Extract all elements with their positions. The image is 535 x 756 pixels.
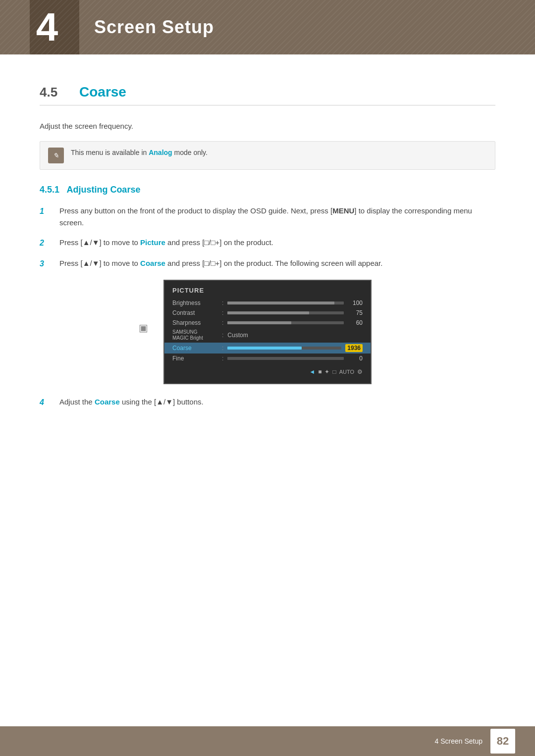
note-highlight: Analog <box>149 149 172 156</box>
osd-bar-brightness <box>227 302 344 304</box>
step-2: 2 Press [▲/▼] to move to Picture and pre… <box>40 237 495 250</box>
osd-bar-fine <box>227 357 344 360</box>
footer-page-number: 82 <box>490 729 515 754</box>
section-heading: 4.5 Coarse <box>40 84 495 105</box>
osd-row-contrast: Contrast : 75 <box>164 308 371 318</box>
subsection-number: 4.5.1 <box>40 185 59 195</box>
osd-row-coarse: Coarse : 1936 <box>164 343 371 353</box>
osd-container: ▣ PICTURE Brightness : 100 Contrast <box>40 280 495 384</box>
section-body: Adjust the screen frequency. <box>40 120 495 132</box>
step-1-num: 1 <box>40 205 54 218</box>
steps-list: 1 Press any button on the front of the p… <box>40 205 495 270</box>
step-4-text: Adjust the Coarse using the [▲/▼] button… <box>59 396 204 408</box>
osd-row-brightness: Brightness : 100 <box>164 298 371 308</box>
osd-bar-sharpness <box>227 321 344 324</box>
section-number: 4.5 <box>40 85 69 100</box>
note-box: ✎ This menu is available in Analog mode … <box>40 141 495 170</box>
step-1-text: Press any button on the front of the pro… <box>59 205 495 229</box>
osd-screen-title: PICTURE <box>164 287 371 298</box>
step-4: 4 Adjust the Coarse using the [▲/▼] butt… <box>40 396 495 409</box>
osd-value-brightness: 100 <box>348 300 363 306</box>
osd-wrapper: ▣ PICTURE Brightness : 100 Contrast <box>163 280 372 384</box>
osd-value-contrast: 75 <box>348 309 363 316</box>
osd-bottom-bar: ◄ ■ ✦ □ AUTO ⚙ <box>164 363 371 375</box>
subsection-heading: 4.5.1 Adjusting Coarse <box>40 185 495 195</box>
osd-btn-auto: AUTO <box>339 369 354 375</box>
header-banner: 4 Screen Setup <box>0 0 535 54</box>
osd-screen: PICTURE Brightness : 100 Contrast : <box>163 280 372 384</box>
osd-value-fine: 0 <box>348 355 363 362</box>
osd-row-magic-bright: SAMSUNGMAGIC Bright : Custom <box>164 328 371 343</box>
osd-label-sharpness: Sharpness <box>172 319 222 326</box>
header-title: Screen Setup <box>94 17 214 38</box>
osd-row-fine: Fine : 0 <box>164 353 371 363</box>
step-3-text: Press [▲/▼] to move to Coarse and press … <box>59 257 382 269</box>
osd-label-contrast: Contrast <box>172 309 222 316</box>
step-3: 3 Press [▲/▼] to move to Coarse and pres… <box>40 257 495 270</box>
step-4-num: 4 <box>40 396 54 409</box>
osd-value-sharpness: 60 <box>348 319 363 326</box>
steps-list-4: 4 Adjust the Coarse using the [▲/▼] butt… <box>40 396 495 409</box>
osd-bar-coarse <box>227 347 341 350</box>
osd-label-brightness: Brightness <box>172 300 222 306</box>
step-2-num: 2 <box>40 237 54 250</box>
osd-label-magic-bright: SAMSUNGMAGIC Bright <box>172 329 222 341</box>
note-icon: ✎ <box>48 148 64 163</box>
osd-value-coarse: 1936 <box>345 344 363 352</box>
footer-section-label: 4 Screen Setup <box>434 737 482 745</box>
osd-btn-power: ⚙ <box>357 368 363 375</box>
main-content: 4.5 Coarse Adjust the screen frequency. … <box>0 54 535 476</box>
chapter-number: 4 <box>36 7 58 47</box>
osd-btn-left: ◄ <box>309 368 315 375</box>
osd-side-icon: ▣ <box>139 322 148 334</box>
step-1: 1 Press any button on the front of the p… <box>40 205 495 229</box>
osd-label-fine: Fine <box>172 355 222 362</box>
osd-value-magic-bright: Custom <box>227 332 248 339</box>
osd-btn-stop: ■ <box>318 368 321 375</box>
section-title: Coarse <box>79 84 126 100</box>
step-2-text: Press [▲/▼] to move to Picture and press… <box>59 237 273 249</box>
step-3-num: 3 <box>40 257 54 270</box>
osd-row-sharpness: Sharpness : 60 <box>164 318 371 328</box>
osd-btn-menu: □ <box>332 368 336 375</box>
note-text: This menu is available in Analog mode on… <box>71 148 208 158</box>
osd-btn-plus: ✦ <box>324 368 329 375</box>
osd-bar-contrast <box>227 311 344 314</box>
footer: 4 Screen Setup 82 <box>0 726 535 756</box>
osd-label-coarse: Coarse <box>172 345 222 352</box>
chapter-number-box: 4 <box>30 0 79 54</box>
subsection-title: Adjusting Coarse <box>66 185 140 195</box>
